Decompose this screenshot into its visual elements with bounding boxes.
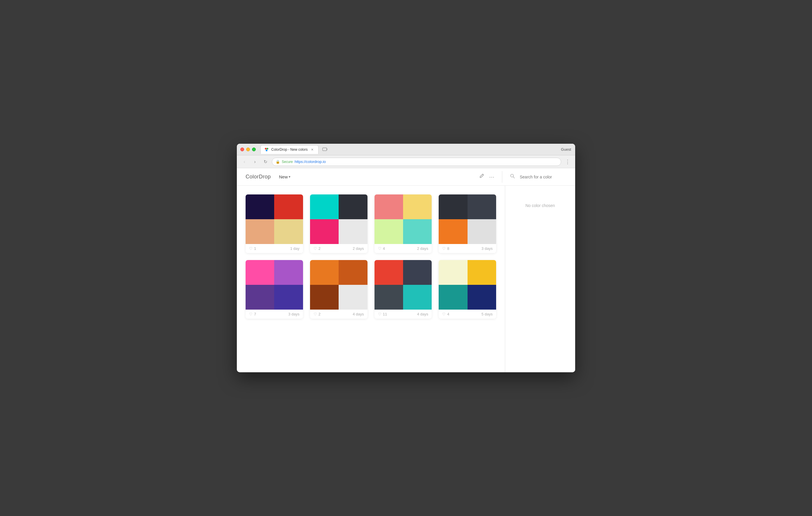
app-header: ColorDrop New ▾ ⋯ (237, 168, 575, 186)
color-card[interactable]: ♡ 8 3 days (439, 194, 496, 253)
color-swatch (403, 194, 432, 219)
maximize-button[interactable] (252, 148, 256, 151)
color-swatch (375, 219, 403, 244)
header-actions: ⋯ (478, 171, 567, 183)
back-button[interactable]: ‹ (240, 158, 249, 166)
heart-icon: ♡ (249, 246, 253, 251)
tab-favicon (264, 147, 269, 152)
color-swatch (339, 194, 367, 219)
color-swatch (439, 285, 467, 310)
app-logo: ColorDrop (245, 174, 271, 180)
color-card[interactable]: ♡ 1 1 day (245, 194, 303, 253)
color-card[interactable]: ♡ 2 2 days (310, 194, 368, 253)
close-button[interactable] (240, 148, 244, 151)
color-swatches (375, 194, 432, 244)
url-bar[interactable]: 🔒 Secure https://colordrop.io (272, 158, 561, 166)
likes-count: 7 (254, 312, 256, 316)
color-swatch (375, 194, 403, 219)
likes-count: 4 (447, 312, 449, 316)
title-bar: ColorDrop - New colors ✕ Guest (237, 144, 575, 155)
heart-icon: ♡ (314, 246, 317, 251)
card-footer: ♡ 11 4 days (375, 310, 432, 318)
color-swatches (439, 194, 496, 244)
refresh-button[interactable]: ↻ (261, 158, 269, 166)
color-swatch (439, 194, 467, 219)
svg-line-6 (513, 177, 515, 178)
color-swatch (439, 260, 467, 285)
new-tab-button[interactable] (321, 146, 329, 153)
likes-count: 1 (254, 246, 256, 251)
time-ago: 3 days (288, 312, 299, 316)
color-card[interactable]: ♡ 4 5 days (439, 260, 496, 318)
color-swatch (468, 260, 496, 285)
tab-close-button[interactable]: ✕ (310, 147, 315, 152)
color-swatch (468, 219, 496, 244)
card-likes: ♡ 8 (442, 246, 449, 251)
card-footer: ♡ 1 1 day (245, 244, 303, 253)
color-swatch (468, 194, 496, 219)
minimize-button[interactable] (246, 148, 250, 151)
color-swatch (403, 285, 432, 310)
card-likes: ♡ 4 (442, 312, 449, 316)
color-swatch (310, 285, 339, 310)
color-grid: ♡ 1 1 day ♡ 2 2 days ♡ 4 2 days ♡ 8 3 da… (245, 194, 496, 318)
likes-count: 2 (319, 312, 321, 316)
likes-count: 2 (319, 246, 321, 251)
active-tab[interactable]: ColorDrop - New colors ✕ (260, 145, 319, 154)
sidebar: No color chosen (505, 186, 575, 372)
time-ago: 2 days (353, 246, 364, 251)
forward-button[interactable]: › (251, 158, 259, 166)
color-swatch (339, 260, 367, 285)
heart-icon: ♡ (378, 312, 381, 316)
color-swatch (339, 219, 367, 244)
color-swatch (245, 194, 274, 219)
time-ago: 4 days (417, 312, 428, 316)
svg-rect-4 (327, 148, 327, 150)
time-ago: 5 days (482, 312, 493, 316)
content-area: ♡ 1 1 day ♡ 2 2 days ♡ 4 2 days ♡ 8 3 da… (237, 186, 505, 372)
browser-menu-button[interactable]: ⋮ (563, 158, 572, 166)
nav-menu: New ▾ (277, 173, 293, 180)
time-ago: 4 days (353, 312, 364, 316)
card-likes: ♡ 1 (249, 246, 256, 251)
card-footer: ♡ 4 5 days (439, 310, 496, 318)
color-swatch (274, 285, 303, 310)
color-swatches (439, 260, 496, 310)
heart-icon: ♡ (442, 312, 446, 316)
color-card[interactable]: ♡ 11 4 days (375, 260, 432, 318)
color-swatches (375, 260, 432, 310)
color-swatch (274, 194, 303, 219)
tab-title: ColorDrop - New colors (271, 148, 308, 152)
search-input[interactable] (520, 175, 567, 179)
color-swatch (310, 260, 339, 285)
card-likes: ♡ 2 (314, 312, 321, 316)
time-ago: 2 days (417, 246, 428, 251)
time-ago: 3 days (482, 246, 493, 251)
address-bar: ‹ › ↻ 🔒 Secure https://colordrop.io ⋮ (237, 155, 575, 168)
color-swatches (310, 194, 368, 244)
nav-new[interactable]: New ▾ (277, 173, 293, 180)
card-likes: ♡ 2 (314, 246, 321, 251)
guest-label: Guest (561, 147, 571, 152)
color-swatch (310, 194, 339, 219)
color-swatch (375, 260, 403, 285)
heart-icon: ♡ (442, 246, 446, 251)
color-card[interactable]: ♡ 2 4 days (310, 260, 368, 318)
svg-point-1 (267, 148, 268, 150)
secure-icon: 🔒 (276, 160, 280, 164)
card-likes: ♡ 11 (378, 312, 387, 316)
color-swatch (274, 260, 303, 285)
svg-point-2 (266, 150, 267, 151)
color-swatches (245, 260, 303, 310)
traffic-lights (240, 148, 256, 151)
color-swatches (245, 194, 303, 244)
color-card[interactable]: ♡ 7 3 days (245, 260, 303, 318)
search-icon (510, 174, 515, 180)
heart-icon: ♡ (249, 312, 253, 316)
more-options-icon[interactable]: ⋯ (489, 174, 494, 180)
color-card[interactable]: ♡ 4 2 days (375, 194, 432, 253)
color-swatch (403, 219, 432, 244)
browser-window: ColorDrop - New colors ✕ Guest ‹ › ↻ 🔒 S… (237, 144, 575, 372)
heart-icon: ♡ (314, 312, 317, 316)
pencil-icon[interactable] (478, 173, 485, 180)
